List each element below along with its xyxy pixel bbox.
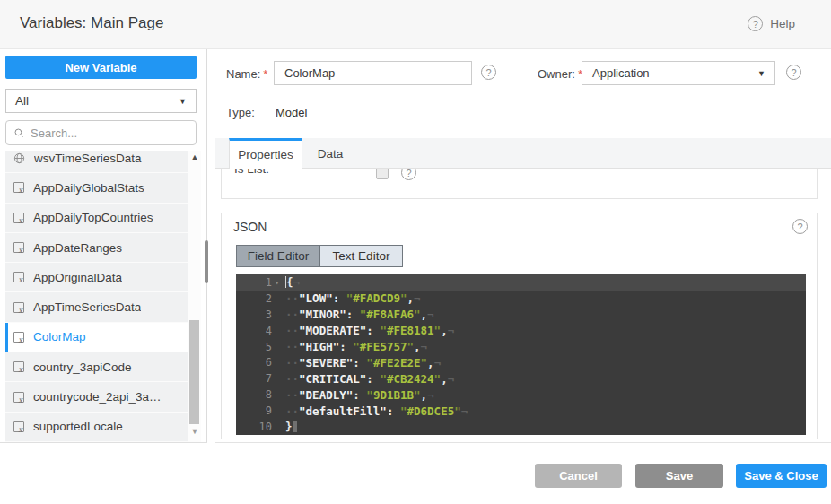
sidebar-item-countrycode_2api_3a[interactable]: countrycode_2api_3a… [5,382,188,412]
code-text: ··"LOW": "#FADCD9",¬ [285,291,421,305]
owner-label-text: Owner: [538,67,575,81]
scroll-down-arrow-icon[interactable]: ▼ [188,427,201,436]
code-line-1[interactable]: 1▾{¬ [236,274,806,291]
sidebar-item-supportedLocale[interactable]: supportedLocale [5,413,188,442]
help-label: Help [770,17,795,30]
code-text: ··"defaultFill": "#D6DCE5"¬ [285,404,468,418]
code-editor[interactable]: 1▾{¬2··"LOW": "#FADCD9",¬3··"MINOR": "#F… [236,274,806,435]
name-input[interactable] [274,61,472,85]
new-variable-label: New Variable [65,61,136,74]
tab-data-label: Data [318,147,344,161]
owner-label: Owner:* [538,67,582,81]
code-text: ··"SEVERE": "#FE2E2E",¬ [285,356,441,369]
owner-selected-value: Application [592,66,650,80]
code-line-3[interactable]: 3··"MINOR": "#F8AFA6",¬ [236,307,806,323]
code-text: ··"HIGH": "#FE5757",¬ [285,340,427,353]
sidebar-item-label: AppDailyTopCountries [33,211,153,224]
line-number: 1 [236,276,272,289]
variable-icon [13,421,24,432]
variable-icon [13,392,24,403]
variable-icon [13,213,24,223]
variable-icon [13,272,24,282]
search-input[interactable] [31,126,188,140]
page-title: Variables: Main Page [20,14,163,32]
code-line-9[interactable]: 9··"defaultFill": "#D6DCE5"¬ [236,403,806,419]
is-list-checkbox[interactable] [376,169,389,179]
sidebar-item-label: supportedLocale [33,420,123,433]
tab-properties[interactable]: Properties [229,138,302,169]
sidebar-item-label: countrycode_2api_3a… [33,390,162,404]
code-text: ··"MINOR": "#F8AFA6",¬ [285,308,434,321]
main-bottom-border [215,442,831,443]
code-text: } [285,420,297,433]
sidebar-item-label: AppDateRanges [33,241,122,255]
required-marker: * [263,67,267,81]
save-and-close-button[interactable]: Save & Close [736,464,827,488]
line-number: 7 [236,372,272,385]
scrollbar-thumb[interactable] [189,320,199,424]
code-line-2[interactable]: 2··"LOW": "#FADCD9",¬ [236,291,806,307]
tab-data[interactable]: Data [302,138,358,169]
line-number: 4 [236,325,272,337]
code-line-5[interactable]: 5··"HIGH": "#FE5757",¬ [236,339,806,355]
sidebar-item-label: AppTimeSeriesData [33,300,141,314]
line-number: 6 [236,356,272,369]
code-line-7[interactable]: 7··"CRITICAL": "#CB2424",¬ [236,370,806,387]
name-help-icon[interactable]: ? [481,65,496,80]
scroll-up-arrow-icon[interactable]: ▲ [188,152,201,161]
dialog-header: Variables: Main Page ? Help [0,0,831,49]
type-label: Type: [226,106,255,119]
json-section-header: JSON ? [222,213,817,239]
new-variable-button[interactable]: New Variable [5,56,197,79]
sidebar-item-AppDateRanges[interactable]: AppDateRanges [5,233,188,263]
line-number: 3 [236,308,272,321]
json-help-icon[interactable]: ? [792,219,808,234]
help-button[interactable]: ? Help [748,16,795,31]
sidebar-item-AppTimeSeriesData[interactable]: AppTimeSeriesData [5,292,188,322]
variable-search-box[interactable] [5,120,197,145]
fold-arrow-icon[interactable]: ▾ [272,278,285,287]
panel-scrollbar-thumb[interactable] [205,240,208,283]
chevron-down-icon: ▼ [179,97,187,106]
code-line-8[interactable]: 8··"DEADLY": "9D1B1B",¬ [236,387,806,403]
sidebar-item-ColorMap[interactable]: ColorMap [5,323,188,352]
variable-icon [13,332,24,343]
end-of-file-marker [293,421,297,432]
filter-selected-value: All [15,94,29,108]
variable-list: wsvTimeSeriesDataAppDailyGlobalStatsAppD… [5,151,188,442]
line-number: 9 [236,404,272,417]
variable-type-filter-select[interactable]: All ▼ [5,89,197,113]
code-line-10[interactable]: 10} [236,419,806,435]
globe-icon [13,152,25,164]
sidebar-item-AppDailyGlobalStats[interactable]: AppDailyGlobalStats [5,173,188,203]
sidebar-item-AppDailyTopCountries[interactable]: AppDailyTopCountries [5,204,188,233]
line-number: 8 [236,388,272,401]
code-text: ··"CRITICAL": "#CB2424",¬ [285,372,454,386]
json-section-title: JSON [233,220,267,234]
tab-properties-label: Properties [238,148,293,161]
sidebar-item-AppOriginalData[interactable]: AppOriginalData [5,263,188,292]
is-list-help-icon[interactable]: ? [401,169,416,180]
is-list-label: Is List: [234,169,269,176]
owner-select[interactable]: Application ▼ [582,61,775,85]
code-line-4[interactable]: 4··"MODERATE": "#FE8181",¬ [236,323,806,339]
chevron-down-icon: ▼ [757,69,765,78]
field-editor-button[interactable]: Field Editor [237,246,319,266]
sidebar-item-label: AppDailyGlobalStats [33,181,144,195]
help-question-icon: ? [748,16,763,31]
line-number: 2 [236,292,272,305]
code-text: ··"DEADLY": "9D1B1B",¬ [285,388,434,402]
text-editor-button[interactable]: Text Editor [319,246,402,266]
sidebar-item-label: AppOriginalData [33,271,122,284]
name-label: Name:* [226,67,267,81]
save-button[interactable]: Save [635,464,723,488]
json-section: JSON ? Field Editor Text Editor 1▾{¬2··"… [221,213,818,439]
properties-panel: Is List: ? [221,169,818,199]
sidebar-item-wsvTimeSeriesData[interactable]: wsvTimeSeriesData [5,151,188,173]
sidebar-bottom-border [0,442,207,443]
sidebar-item-country_3apiCode[interactable]: country_3apiCode [5,352,188,382]
cancel-button[interactable]: Cancel [535,464,622,488]
code-text: {¬ [285,275,300,289]
owner-help-icon[interactable]: ? [786,65,801,80]
code-line-6[interactable]: 6··"SEVERE": "#FE2E2E",¬ [236,354,806,370]
